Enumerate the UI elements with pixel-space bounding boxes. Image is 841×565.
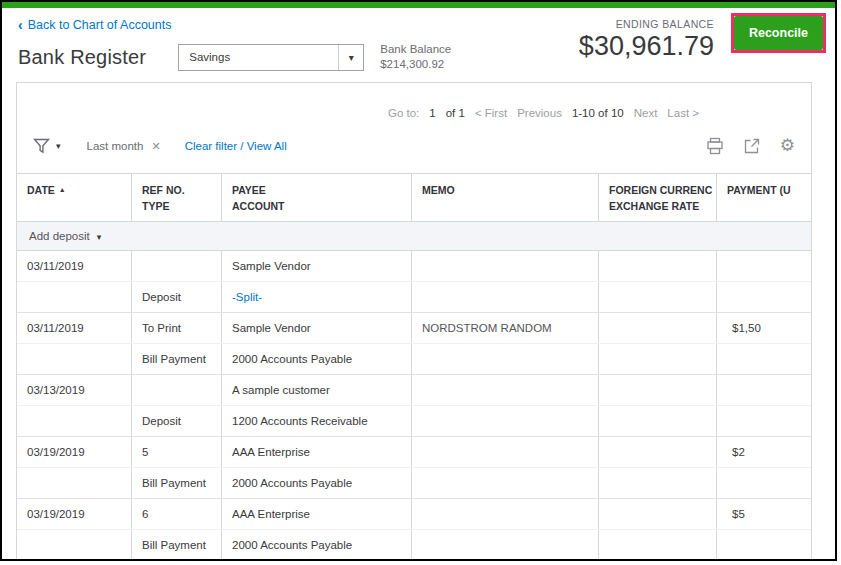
table-row-detail[interactable]: Bill Payment 2000 Accounts Payable [17, 344, 812, 375]
cell-type: Bill Payment [132, 344, 222, 374]
col-header-memo: MEMO [412, 174, 599, 221]
page-of-label: of 1 [446, 107, 465, 119]
cell-memo: NORDSTROM RANDOM [412, 313, 599, 343]
cell-payee: AAA Enterprise [222, 499, 412, 529]
cell-memo [412, 344, 599, 374]
cell-account: 2000 Accounts Payable [222, 468, 412, 498]
table-header-row: DATE▲ REF NO. TYPE PAYEE ACCOUNT MEMO FO… [17, 174, 812, 222]
cell-payment [717, 530, 812, 560]
cell-payee: Sample Vendor [222, 251, 412, 281]
top-green-bar [2, 2, 835, 8]
account-select[interactable]: Savings ▾ [178, 44, 364, 71]
cell-payee: AAA Enterprise [222, 437, 412, 467]
col-header-payee-account: PAYEE ACCOUNT [222, 174, 412, 221]
back-link[interactable]: ‹ Back to Chart of Accounts [18, 18, 172, 32]
table-row-detail[interactable]: Deposit 1200 Accounts Receivable [17, 406, 812, 437]
export-icon[interactable] [743, 137, 761, 155]
register-table: DATE▲ REF NO. TYPE PAYEE ACCOUNT MEMO FO… [17, 173, 812, 561]
back-link-label: Back to Chart of Accounts [28, 18, 172, 32]
date-header-label: DATE [27, 184, 55, 196]
chevron-down-icon: ▾ [338, 45, 363, 70]
table-row-detail[interactable]: Bill Payment 2000 Accounts Payable [17, 530, 812, 561]
cell-date: 03/19/2019 [17, 437, 132, 467]
cell-payment [717, 375, 812, 405]
cell-payment [717, 406, 812, 436]
table-tools: ⚙ [706, 137, 795, 155]
page-number-input[interactable]: 1 [429, 107, 435, 119]
cell-refno [132, 251, 222, 281]
first-page-button[interactable]: < First [475, 107, 507, 119]
cell-foreign-currency [599, 282, 717, 312]
cell-memo [412, 406, 599, 436]
cell-foreign-currency [599, 406, 717, 436]
cell-payment: $2 [717, 437, 812, 467]
cell-payment [717, 344, 812, 374]
cell-foreign-currency [599, 251, 717, 281]
account-select-value: Savings [179, 51, 338, 63]
close-icon[interactable]: ✕ [151, 140, 160, 153]
filter-funnel-button[interactable]: ▾ [33, 138, 61, 154]
bank-balance-label: Bank Balance [380, 42, 451, 57]
table-row[interactable]: 03/19/2019 6 AAA Enterprise $5 [17, 499, 812, 530]
ending-balance: ENDING BALANCE $30,961.79 [579, 18, 714, 62]
add-deposit-label: Add deposit [29, 230, 90, 242]
clear-filter-link[interactable]: Clear filter / View All [185, 140, 287, 152]
add-deposit-row[interactable]: Add deposit▾ [17, 222, 812, 251]
table-row[interactable]: 03/11/2019 To Print Sample Vendor NORDST… [17, 313, 812, 344]
cell-type: Bill Payment [132, 468, 222, 498]
next-page-button[interactable]: Next [634, 107, 658, 119]
reconcile-highlight-box: Reconcile [731, 13, 826, 53]
gear-icon[interactable]: ⚙ [780, 137, 795, 155]
cell-date [17, 530, 132, 560]
chevron-left-icon: ‹ [18, 19, 23, 31]
cell-foreign-currency [599, 375, 717, 405]
page-title: Bank Register [18, 46, 146, 69]
cell-foreign-currency [599, 499, 717, 529]
cell-memo [412, 251, 599, 281]
page-range-label: 1-10 of 10 [572, 107, 624, 119]
cell-memo [412, 468, 599, 498]
reconcile-button[interactable]: Reconcile [734, 16, 823, 50]
cell-account: 1200 Accounts Receivable [222, 406, 412, 436]
cell-payment [717, 251, 812, 281]
table-row[interactable]: 03/13/2019 A sample customer [17, 375, 812, 406]
cell-date [17, 344, 132, 374]
cell-refno: 6 [132, 499, 222, 529]
table-row-detail[interactable]: Deposit -Split- [17, 282, 812, 313]
go-to-label: Go to: [388, 107, 419, 119]
chevron-down-icon: ▾ [97, 232, 102, 242]
register-card: Go to: 1 of 1 < First Previous 1-10 of 1… [16, 82, 812, 561]
bank-register-screen: ‹ Back to Chart of Accounts Bank Registe… [0, 0, 837, 561]
bank-balance: Bank Balance $214,300.92 [380, 42, 451, 72]
cell-date: 03/11/2019 [17, 251, 132, 281]
cell-payment: $1,50 [717, 313, 812, 343]
print-icon[interactable] [706, 137, 724, 155]
cell-memo [412, 437, 599, 467]
chevron-down-icon: ▾ [56, 141, 61, 151]
table-row-detail[interactable]: Bill Payment 2000 Accounts Payable [17, 468, 812, 499]
table-row[interactable]: 03/11/2019 Sample Vendor [17, 251, 812, 282]
cell-payee: Sample Vendor [222, 313, 412, 343]
filter-chip-last-month: Last month ✕ [87, 140, 161, 153]
cell-payee: A sample customer [222, 375, 412, 405]
cell-account: 2000 Accounts Payable [222, 344, 412, 374]
cell-date [17, 406, 132, 436]
ending-balance-value: $30,961.79 [579, 31, 714, 62]
cell-foreign-currency [599, 468, 717, 498]
cell-type: Deposit [132, 282, 222, 312]
previous-page-button[interactable]: Previous [517, 107, 562, 119]
cell-account: 2000 Accounts Payable [222, 530, 412, 560]
cell-type: Deposit [132, 406, 222, 436]
table-row[interactable]: 03/19/2019 5 AAA Enterprise $2 [17, 437, 812, 468]
col-header-date[interactable]: DATE▲ [17, 174, 132, 221]
title-row: Bank Register Savings ▾ Bank Balance $21… [18, 42, 451, 72]
cell-refno: To Print [132, 313, 222, 343]
last-page-button[interactable]: Last > [667, 107, 699, 119]
split-link[interactable]: -Split- [222, 282, 412, 312]
filter-chip-label: Last month [87, 140, 144, 152]
pagination: Go to: 1 of 1 < First Previous 1-10 of 1… [17, 83, 811, 119]
cell-foreign-currency [599, 344, 717, 374]
cell-memo [412, 530, 599, 560]
cell-date: 03/11/2019 [17, 313, 132, 343]
cell-refno [132, 375, 222, 405]
